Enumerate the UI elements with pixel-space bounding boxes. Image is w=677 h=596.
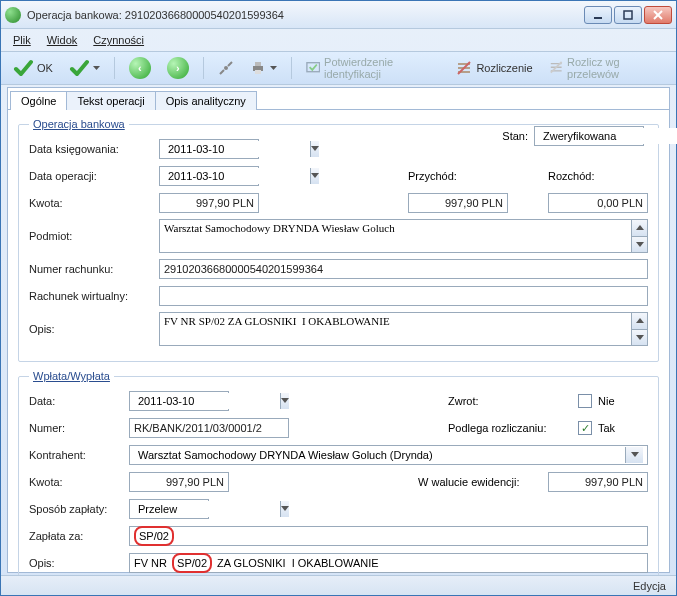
zaplata-za-highlight: SP/02: [134, 526, 174, 546]
tools-button[interactable]: [212, 55, 240, 81]
wwalucie-label: W walucie ewidencji:: [418, 476, 548, 488]
podlega-label: Podlega rozliczaniu:: [448, 422, 578, 434]
ob-opis-label: Opis:: [29, 323, 159, 335]
ww-opis-input[interactable]: FV NR SP/02 ZA GLOSNIKI I OKABLOWANIE: [129, 553, 648, 573]
svg-rect-6: [255, 62, 261, 66]
caret-down-icon[interactable]: [632, 236, 647, 253]
ww-numer-input[interactable]: [129, 418, 289, 438]
ww-data-field[interactable]: [129, 391, 229, 411]
group-operacja-bankowa: Operacja bankowa Stan: Data księgowania:: [18, 118, 659, 362]
legend-operacja-bankowa[interactable]: Operacja bankowa: [29, 118, 129, 130]
numer-rachunku-label: Numer rachunku:: [29, 263, 159, 275]
minimize-button[interactable]: [584, 6, 612, 24]
menu-czynnosci[interactable]: Czynności: [93, 34, 144, 46]
caret-up-icon[interactable]: [632, 220, 647, 236]
chevron-down-icon[interactable]: [280, 501, 289, 517]
svg-rect-1: [624, 11, 632, 19]
check-icon: [69, 58, 89, 78]
close-button[interactable]: [644, 6, 672, 24]
podmiot-spin[interactable]: [632, 219, 648, 253]
zaplata-za-label: Zapłata za:: [29, 530, 129, 542]
kontrahent-input[interactable]: [134, 447, 625, 463]
settle-icon: [456, 60, 472, 76]
svg-point-4: [224, 66, 228, 70]
panel-ogolne: Operacja bankowa Stan: Data księgowania:: [8, 110, 669, 596]
kontrahent-combo[interactable]: [129, 445, 648, 465]
tab-opis-analityczny[interactable]: Opis analityczny: [155, 91, 257, 110]
chevron-down-icon[interactable]: [280, 393, 289, 409]
caret-up-icon[interactable]: [632, 313, 647, 329]
nav-back-button[interactable]: ‹: [123, 55, 157, 81]
tab-tekst-operacji[interactable]: Tekst operacji: [66, 91, 155, 110]
podmiot-input[interactable]: Warsztat Samochodowy DRYNDA Wiesław Golu…: [159, 219, 632, 253]
podlega-checkbox[interactable]: [578, 421, 592, 435]
chevron-down-icon[interactable]: [625, 447, 643, 463]
ok-dropdown[interactable]: [63, 55, 106, 81]
print-button[interactable]: [244, 55, 283, 81]
content: Ogólne Tekst operacji Opis analityczny O…: [7, 87, 670, 573]
menubar: Plik Widok Czynności: [1, 29, 676, 51]
legend-wplata-wyplata[interactable]: Wpłata/Wypłata: [29, 370, 114, 382]
tools-icon: [218, 60, 234, 76]
titlebar: Operacja bankowa: 2910203668000054020159…: [1, 1, 676, 29]
chevron-down-icon[interactable]: [310, 168, 319, 184]
sposob-zaplaty-label: Sposób zapłaty:: [29, 503, 129, 515]
data-ksiegowania-field[interactable]: [159, 139, 259, 159]
ok-button[interactable]: OK: [7, 55, 59, 81]
separator: [203, 57, 204, 79]
rachunek-wirtualny-label: Rachunek wirtualny:: [29, 290, 159, 302]
ww-data-input[interactable]: [134, 393, 280, 409]
stan-combo[interactable]: [534, 126, 644, 146]
rozchod-input: [548, 193, 648, 213]
ww-kwota-label: Kwota:: [29, 476, 129, 488]
data-operacji-input[interactable]: [164, 168, 310, 184]
ww-opis-label: Opis:: [29, 557, 129, 569]
data-ksiegowania-input[interactable]: [164, 141, 310, 157]
numer-rachunku-input[interactable]: [159, 259, 648, 279]
rachunek-wirtualny-input[interactable]: [159, 286, 648, 306]
rozlicz-wg-button[interactable]: Rozlicz wg przelewów: [543, 55, 670, 81]
kwota-input[interactable]: [159, 193, 259, 213]
ww-kwota-input[interactable]: [129, 472, 229, 492]
caret-down-icon[interactable]: [632, 329, 647, 346]
tabstrip: Ogólne Tekst operacji Opis analityczny: [8, 88, 669, 110]
kontrahent-label: Kontrahent:: [29, 449, 129, 461]
svg-rect-7: [255, 70, 261, 74]
app-icon: [5, 7, 21, 23]
status-text: Edycja: [633, 580, 666, 592]
nav-forward-button[interactable]: ›: [161, 55, 195, 81]
zwrot-checkbox[interactable]: [578, 394, 592, 408]
zwrot-label: Zwrot:: [448, 395, 578, 407]
ob-opis-spin[interactable]: [632, 312, 648, 346]
chevron-down-icon: [270, 66, 277, 71]
chevron-down-icon[interactable]: [310, 141, 319, 157]
rozlicz-wg-label: Rozlicz wg przelewów: [567, 56, 664, 80]
ob-opis-input[interactable]: FV NR SP/02 ZA GLOSNIKI I OKABLOWANIE: [159, 312, 632, 346]
podmiot-label: Podmiot:: [29, 230, 159, 242]
maximize-button[interactable]: [614, 6, 642, 24]
ok-label: OK: [37, 62, 53, 74]
ww-opis-highlight: SP/02: [172, 553, 212, 573]
data-operacji-field[interactable]: [159, 166, 259, 186]
kwota-label: Kwota:: [29, 197, 159, 209]
settle-by-icon: [549, 60, 563, 76]
menu-widok[interactable]: Widok: [47, 34, 78, 46]
zaplata-za-input[interactable]: SP/02: [129, 526, 648, 546]
rozliczenie-button[interactable]: Rozliczenie: [450, 55, 538, 81]
window: Operacja bankowa: 2910203668000054020159…: [0, 0, 677, 596]
arrow-left-icon: ‹: [129, 57, 151, 79]
stan-label: Stan:: [502, 130, 528, 142]
przychod-label: Przychód:: [408, 170, 508, 182]
tab-ogolne[interactable]: Ogólne: [10, 91, 67, 110]
ww-data-label: Data:: [29, 395, 129, 407]
separator: [291, 57, 292, 79]
sposob-zaplaty-input[interactable]: [134, 501, 280, 517]
sposob-zaplaty-combo[interactable]: [129, 499, 209, 519]
group-wplata-wyplata: Wpłata/Wypłata Data: Zwrot: Nie Num: [18, 370, 659, 590]
rozliczenie-label: Rozliczenie: [476, 62, 532, 74]
potwierdzenie-button[interactable]: Potwierdzenie identyfikacji: [300, 55, 447, 81]
potwierdzenie-label: Potwierdzenie identyfikacji: [324, 56, 440, 80]
printer-icon: [250, 60, 266, 76]
stan-value[interactable]: [539, 128, 677, 144]
menu-plik[interactable]: Plik: [13, 34, 31, 46]
